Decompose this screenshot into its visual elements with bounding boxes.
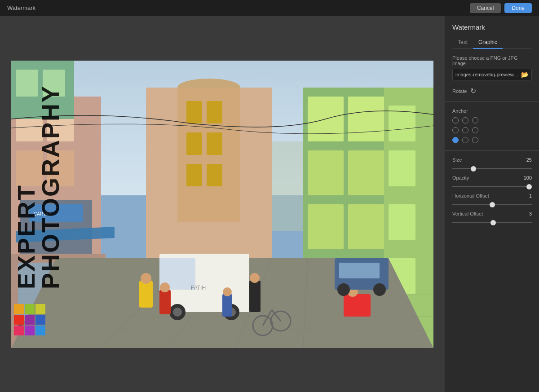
svg-point-53: [141, 273, 151, 284]
cancel-button[interactable]: Cancel: [470, 3, 501, 13]
anchor-bot-right[interactable]: [472, 137, 478, 143]
tab-graphic[interactable]: Graphic: [473, 36, 503, 49]
svg-rect-19: [186, 101, 202, 123]
opacity-section: Opacity 100: [452, 175, 532, 189]
svg-rect-21: [186, 132, 202, 155]
size-section: Size 25: [452, 157, 532, 171]
svg-rect-52: [139, 281, 153, 308]
svg-rect-54: [159, 290, 171, 314]
anchor-top-center[interactable]: [462, 117, 468, 123]
svg-rect-31: [348, 204, 384, 249]
divider1: [445, 101, 539, 102]
tabs: Text Graphic: [452, 36, 532, 49]
opacity-header: Opacity 100: [452, 175, 532, 181]
svg-point-69: [373, 283, 386, 296]
svg-rect-35: [389, 204, 415, 240]
svg-point-57: [223, 287, 232, 296]
opacity-slider[interactable]: [452, 186, 532, 187]
h-offset-label: Horizontal Offset: [452, 193, 489, 198]
size-header: Size 25: [452, 157, 532, 163]
preview-scene: FATIH: [11, 61, 433, 348]
image-area: FATIH: [0, 16, 445, 392]
svg-rect-23: [186, 164, 202, 186]
anchor-mid-center[interactable]: [462, 127, 468, 133]
rotate-label: Rotate: [452, 88, 467, 94]
watermark-logo: [14, 304, 45, 335]
v-offset-value: 3: [529, 211, 532, 216]
v-offset-section: Vertical Offset 3: [452, 211, 532, 225]
size-label: Size: [452, 157, 462, 163]
panel-title: Watermark: [452, 23, 532, 31]
top-bar: Watermark Cancel Done: [0, 0, 539, 16]
svg-rect-24: [207, 164, 222, 186]
size-slider[interactable]: [452, 168, 532, 169]
svg-rect-29: [348, 150, 384, 195]
svg-rect-20: [207, 101, 222, 123]
opacity-value: 100: [524, 175, 532, 181]
svg-point-68: [337, 283, 350, 296]
svg-rect-27: [348, 97, 384, 141]
svg-rect-56: [222, 294, 232, 317]
size-value: 25: [526, 157, 532, 163]
file-label: Please choose a PNG or JPG image: [452, 55, 532, 66]
anchor-label: Anchor: [452, 108, 532, 114]
svg-point-48: [173, 308, 182, 317]
browse-icon[interactable]: 📂: [521, 71, 529, 78]
svg-text:FATIH: FATIH: [191, 285, 206, 291]
app-title: Watermark: [7, 4, 35, 11]
svg-point-55: [160, 282, 170, 292]
divider2: [445, 150, 539, 151]
watermark-text: EXPERTPHOTOGRAPHY: [14, 85, 62, 289]
v-offset-header: Vertical Offset 3: [452, 211, 532, 216]
anchor-bot-left[interactable]: [452, 137, 459, 143]
svg-rect-58: [249, 281, 261, 312]
image-preview: FATIH: [11, 61, 433, 348]
h-offset-header: Horizontal Offset 1: [452, 193, 532, 198]
file-input-row[interactable]: images-removebg-preview.png 📂: [452, 69, 532, 80]
anchor-bot-center[interactable]: [462, 137, 468, 143]
anchor-top-left[interactable]: [452, 117, 459, 123]
anchor-mid-right[interactable]: [472, 127, 478, 133]
top-bar-buttons: Cancel Done: [470, 3, 532, 13]
v-offset-label: Vertical Offset: [452, 211, 483, 216]
main-content: FATIH: [0, 16, 539, 392]
svg-rect-34: [389, 150, 415, 186]
rotate-row: Rotate ↻: [452, 87, 532, 95]
file-input-value: images-removebg-preview.png: [455, 72, 519, 77]
svg-rect-30: [308, 204, 344, 249]
svg-point-59: [250, 273, 260, 283]
anchor-grid: [452, 117, 532, 144]
opacity-label: Opacity: [452, 175, 469, 181]
h-offset-value: 1: [529, 193, 532, 198]
rotate-icon[interactable]: ↻: [470, 87, 476, 95]
h-offset-slider[interactable]: [452, 204, 532, 205]
done-button[interactable]: Done: [504, 3, 532, 13]
svg-rect-28: [308, 150, 344, 195]
svg-rect-67: [339, 263, 380, 278]
tab-text[interactable]: Text: [452, 36, 473, 49]
right-panel: Watermark Text Graphic Please choose a P…: [445, 16, 539, 392]
anchor-mid-left[interactable]: [452, 127, 459, 133]
svg-rect-22: [207, 132, 222, 155]
h-offset-section: Horizontal Offset 1: [452, 193, 532, 207]
anchor-top-right[interactable]: [472, 117, 478, 123]
v-offset-slider[interactable]: [452, 222, 532, 223]
svg-rect-60: [344, 294, 371, 317]
